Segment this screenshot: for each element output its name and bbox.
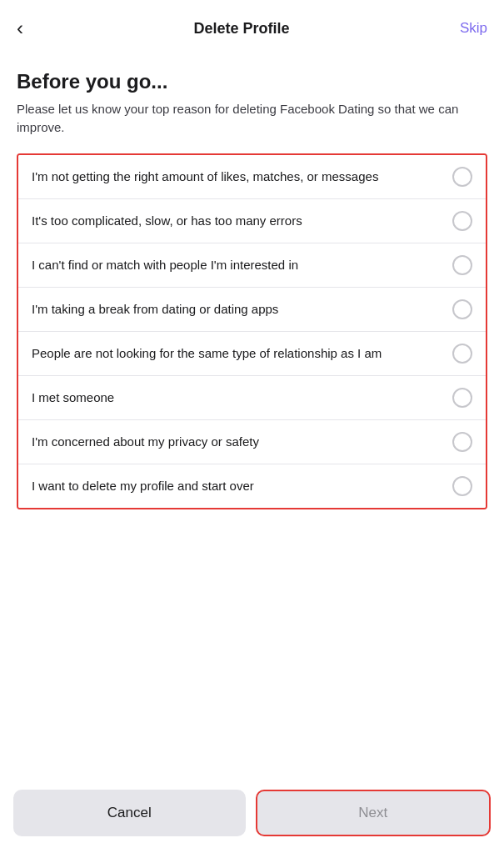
option-text-5: People are not looking for the same type… — [32, 344, 452, 362]
radio-circle-4[interactable] — [452, 299, 472, 319]
option-text-2: It's too complicated, slow, or has too m… — [32, 212, 452, 229]
cancel-button[interactable]: Cancel — [13, 790, 246, 836]
option-text-7: I'm concerned about my privacy or safety — [32, 433, 452, 450]
skip-button[interactable]: Skip — [453, 17, 487, 40]
option-text-4: I'm taking a break from dating or dating… — [32, 300, 452, 318]
option-item-1[interactable]: I'm not getting the right amount of like… — [18, 155, 486, 199]
option-item-6[interactable]: I met someone — [18, 376, 486, 420]
radio-circle-2[interactable] — [452, 211, 472, 231]
radio-circle-6[interactable] — [452, 388, 472, 408]
option-item-8[interactable]: I want to delete my profile and start ov… — [18, 464, 486, 508]
back-button[interactable]: ‹ — [17, 13, 30, 43]
option-text-8: I want to delete my profile and start ov… — [32, 477, 452, 494]
radio-circle-8[interactable] — [452, 476, 472, 496]
option-item-5[interactable]: People are not looking for the same type… — [18, 332, 486, 376]
next-button[interactable]: Next — [256, 790, 492, 836]
section-subtitle: Please let us know your top reason for d… — [17, 100, 487, 137]
page-title: Delete Profile — [30, 20, 453, 38]
option-item-7[interactable]: I'm concerned about my privacy or safety — [18, 420, 486, 464]
option-text-3: I can't find or match with people I'm in… — [32, 256, 452, 273]
option-item-2[interactable]: It's too complicated, slow, or has too m… — [18, 199, 486, 243]
option-item-3[interactable]: I can't find or match with people I'm in… — [18, 243, 486, 288]
radio-circle-1[interactable] — [452, 167, 472, 187]
section-heading: Before you go... — [17, 70, 487, 93]
option-item-4[interactable]: I'm taking a break from dating or dating… — [18, 288, 486, 332]
radio-circle-3[interactable] — [452, 255, 472, 275]
option-text-6: I met someone — [32, 389, 452, 406]
radio-circle-7[interactable] — [452, 432, 472, 452]
options-list: I'm not getting the right amount of like… — [17, 153, 487, 509]
radio-circle-5[interactable] — [452, 344, 472, 364]
option-text-1: I'm not getting the right amount of like… — [32, 168, 452, 185]
